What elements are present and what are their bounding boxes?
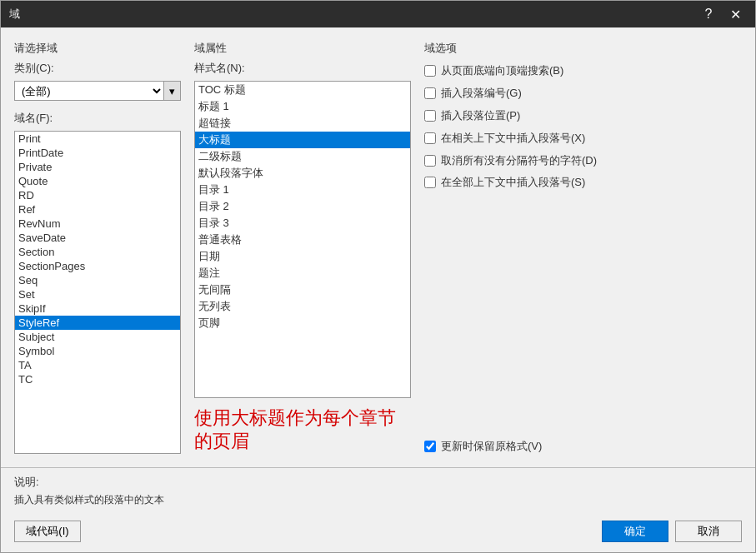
footer-right: 确定 取消 xyxy=(602,521,742,542)
checkbox-item: 在全部上下文中插入段落号(S) xyxy=(424,176,742,190)
field-list-item[interactable]: TA xyxy=(15,358,180,372)
dropdown-arrow-icon[interactable]: ▾ xyxy=(163,82,180,100)
style-list-item[interactable]: 目录 2 xyxy=(195,198,410,215)
style-name-label: 样式名(N): xyxy=(194,61,411,76)
option-checkbox-label-0: 从页面底端向顶端搜索(B) xyxy=(441,64,563,78)
field-list-item[interactable]: Ref xyxy=(15,202,180,217)
footer-left: 域代码(I) xyxy=(14,521,81,542)
style-list-item[interactable]: 大标题 xyxy=(195,132,410,148)
style-list-item[interactable]: 普通表格 xyxy=(195,232,410,248)
category-select-wrapper[interactable]: (全部) ▾ xyxy=(14,81,181,101)
category-label: 类别(C): xyxy=(14,61,181,76)
close-button[interactable]: ✕ xyxy=(723,4,747,24)
dialog-title: 域 xyxy=(9,7,20,22)
style-list-item[interactable]: 无列表 xyxy=(195,298,410,315)
left-panel: 请选择域 类别(C): (全部) ▾ 域名(F): PrintPrintDate… xyxy=(14,41,181,454)
field-list-item[interactable]: Subject xyxy=(15,330,180,344)
style-list-item[interactable]: 超链接 xyxy=(195,115,410,132)
title-bar: 域 ? ✕ xyxy=(1,1,755,27)
style-list-item[interactable]: 默认段落字体 xyxy=(195,165,410,182)
preserve-format-checkbox[interactable] xyxy=(424,441,436,452)
description-section: 说明: 插入具有类似样式的段落中的文本 xyxy=(1,467,755,514)
properties-label: 域属性 xyxy=(194,41,411,56)
preserve-format-label: 更新时保留原格式(V) xyxy=(441,440,542,454)
field-list-item[interactable]: SectionPages xyxy=(15,259,180,273)
right-panel: 域选项 从页面底端向顶端搜索(B)插入段落编号(G)插入段落位置(P)在相关上下… xyxy=(424,41,742,454)
field-list[interactable]: PrintPrintDatePrivateQuoteRDRefRevNumSav… xyxy=(14,131,181,454)
checkbox-item: 取消所有没有分隔符号的字符(D) xyxy=(424,154,742,168)
field-list-item[interactable]: Print xyxy=(15,132,180,146)
option-checkbox-label-1: 插入段落编号(G) xyxy=(441,87,522,101)
middle-panel: 域属性 样式名(N): TOC 标题标题 1超链接大标题二级标题默认段落字体目录… xyxy=(194,41,411,454)
category-select[interactable]: (全部) xyxy=(15,82,163,100)
field-list-item[interactable]: SkipIf xyxy=(15,301,180,316)
checkbox-item: 插入段落位置(P) xyxy=(424,109,742,123)
field-list-item[interactable]: PrintDate xyxy=(15,146,180,160)
title-bar-controls: ? ✕ xyxy=(697,4,747,24)
preserve-format-checkbox-item: 更新时保留原格式(V) xyxy=(424,440,742,454)
checkbox-group: 从页面底端向顶端搜索(B)插入段落编号(G)插入段落位置(P)在相关上下文中插入… xyxy=(424,64,742,423)
style-list-item[interactable]: 标题 1 xyxy=(195,98,410,115)
style-list-item[interactable]: 无间隔 xyxy=(195,281,410,298)
category-section: 类别(C): (全部) ▾ xyxy=(14,61,181,101)
field-name-label: 域名(F): xyxy=(14,111,181,126)
option-checkbox-label-4: 取消所有没有分隔符号的字符(D) xyxy=(441,154,597,168)
option-checkbox-label-5: 在全部上下文中插入段落号(S) xyxy=(441,176,585,190)
option-checkbox-5[interactable] xyxy=(424,177,436,188)
field-list-item[interactable]: Set xyxy=(15,287,180,301)
style-list[interactable]: TOC 标题标题 1超链接大标题二级标题默认段落字体目录 1目录 2目录 3普通… xyxy=(194,81,411,398)
option-checkbox-label-3: 在相关上下文中插入段落号(X) xyxy=(441,132,585,146)
checkbox-item: 在相关上下文中插入段落号(X) xyxy=(424,132,742,146)
field-list-item[interactable]: RevNum xyxy=(15,217,180,231)
option-checkbox-2[interactable] xyxy=(424,110,436,122)
field-list-item[interactable]: Symbol xyxy=(15,344,180,358)
cancel-button[interactable]: 取消 xyxy=(675,521,742,542)
field-list-item[interactable]: Section xyxy=(15,245,180,259)
style-list-item[interactable]: 页脚 xyxy=(195,315,410,331)
description-text: 插入具有类似样式的段落中的文本 xyxy=(14,493,742,507)
field-list-item[interactable]: Seq xyxy=(15,273,180,287)
checkbox-item: 插入段落编号(G) xyxy=(424,87,742,101)
style-list-item[interactable]: 日期 xyxy=(195,248,410,265)
option-checkbox-4[interactable] xyxy=(424,155,436,167)
option-checkbox-0[interactable] xyxy=(424,65,436,77)
description-title: 说明: xyxy=(14,475,742,490)
help-button[interactable]: ? xyxy=(697,4,720,24)
field-list-item[interactable]: TC xyxy=(15,372,180,386)
option-checkbox-label-2: 插入段落位置(P) xyxy=(441,109,520,123)
field-list-item[interactable]: RD xyxy=(15,188,180,202)
style-list-item[interactable]: 目录 1 xyxy=(195,182,410,198)
option-checkbox-3[interactable] xyxy=(424,132,436,144)
options-label: 域选项 xyxy=(424,41,742,56)
field-name-section: 域名(F): PrintPrintDatePrivateQuoteRDRefRe… xyxy=(14,111,181,454)
dialog-footer: 域代码(I) 确定 取消 xyxy=(1,514,755,552)
style-list-item[interactable]: 题注 xyxy=(195,265,410,281)
field-list-item[interactable]: Private xyxy=(15,160,180,174)
option-checkbox-1[interactable] xyxy=(424,87,436,99)
field-list-item[interactable]: SaveDate xyxy=(15,231,180,245)
style-list-item[interactable]: TOC 标题 xyxy=(195,82,410,98)
ok-button[interactable]: 确定 xyxy=(602,521,668,542)
style-list-item[interactable]: 目录 3 xyxy=(195,215,410,232)
select-field-label: 请选择域 xyxy=(14,41,181,56)
style-name-section: 域属性 样式名(N): TOC 标题标题 1超链接大标题二级标题默认段落字体目录… xyxy=(194,41,411,398)
dialog-window: 域 ? ✕ 请选择域 类别(C): (全部) ▾ 域名(F): PrintPri… xyxy=(0,0,756,553)
annotation-text: 使用大标题作为每个章节的页眉 xyxy=(194,406,411,454)
field-code-button[interactable]: 域代码(I) xyxy=(14,521,81,542)
field-list-item[interactable]: Quote xyxy=(15,174,180,188)
style-list-item[interactable]: 二级标题 xyxy=(195,148,410,165)
field-list-item[interactable]: StyleRef xyxy=(15,316,180,330)
checkbox-item: 从页面底端向顶端搜索(B) xyxy=(424,64,742,78)
dialog-body: 请选择域 类别(C): (全部) ▾ 域名(F): PrintPrintDate… xyxy=(1,27,755,467)
